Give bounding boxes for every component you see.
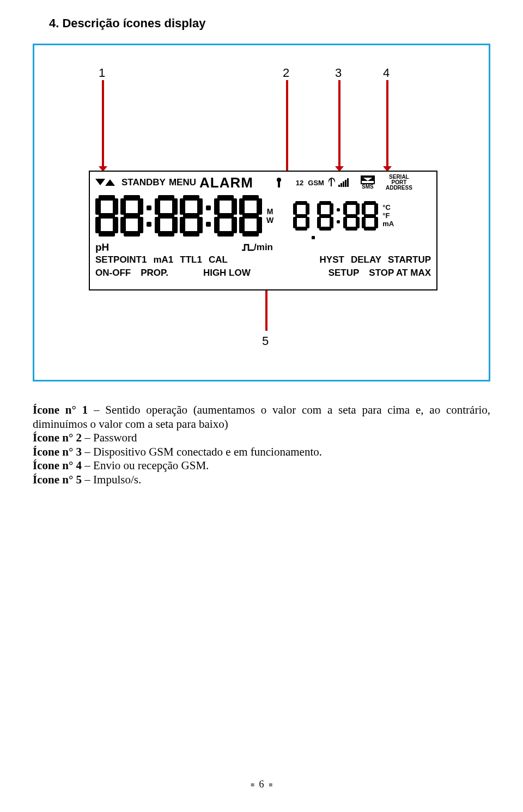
desc-1-text: – Sentido operação (aumentamos o valor c… xyxy=(33,403,490,431)
digit xyxy=(239,195,262,237)
desc-3-text: – Dispositivo GSM conectado e em funcion… xyxy=(82,445,322,458)
digit xyxy=(293,201,309,231)
decimal-point xyxy=(312,236,315,239)
desc-4-prefix: Ícone n° 4 xyxy=(33,459,82,472)
footer-square-icon: ■ xyxy=(266,781,275,789)
arrow-up-icon xyxy=(105,179,115,186)
digit xyxy=(362,201,378,231)
digit xyxy=(343,201,360,231)
label-alarm: ALARM xyxy=(199,174,253,191)
label-m: M xyxy=(267,207,273,216)
arrow-2 xyxy=(286,80,288,180)
section-heading: 4. Descrição ícones display xyxy=(49,16,490,31)
page-footer: ■ 6 ■ xyxy=(0,779,523,790)
digit xyxy=(120,195,143,237)
colon xyxy=(145,199,153,232)
desc-2-text: – Password xyxy=(82,431,137,444)
digit xyxy=(214,195,237,237)
digit xyxy=(95,195,118,237)
label-setup: SETUP xyxy=(329,268,360,278)
desc-3-prefix: Ícone n° 3 xyxy=(33,445,82,458)
label-ph: pH xyxy=(95,241,109,253)
label-12: 12 xyxy=(296,179,303,187)
digit xyxy=(317,201,333,231)
desc-1-prefix: Ícone n° 1 xyxy=(33,403,88,416)
label-degf: °F xyxy=(382,212,390,220)
label-standby: STANDBY xyxy=(121,177,166,188)
label-ma-unit: mA xyxy=(382,220,394,228)
page-number: 6 xyxy=(259,779,264,790)
arrow-down-icon xyxy=(95,179,105,185)
callout-5: 5 xyxy=(262,334,269,348)
label-per-min: /min xyxy=(254,242,273,253)
label-sms: SMS xyxy=(362,184,374,190)
colon xyxy=(205,199,212,232)
label-ttl1: TTL1 xyxy=(180,254,202,265)
label-degc: °C xyxy=(382,204,391,211)
label-prop: PROP. xyxy=(141,268,168,278)
label-onoff: ON-OFF xyxy=(95,268,131,278)
label-hyst: HYST xyxy=(320,254,344,265)
desc-2-prefix: Ícone n° 2 xyxy=(33,431,82,444)
label-stopatmax: STOP AT MAX xyxy=(369,268,431,278)
digit xyxy=(180,195,203,237)
label-w: W xyxy=(266,216,273,225)
icon-descriptions: Ícone n° 1 – Sentido operação (aumentamo… xyxy=(33,403,490,487)
lcd-panel: STANDBY MENU ALARM 12 GSM SMS SERIAL xyxy=(89,171,437,290)
label-setpoint1: SETPOINT1 xyxy=(95,254,147,265)
label-startup: STARTUP xyxy=(388,254,431,265)
desc-4-text: – Envio ou recepção GSM. xyxy=(82,459,209,472)
label-menu: MENU xyxy=(169,177,196,188)
label-ma1: mA1 xyxy=(153,254,173,265)
envelope-icon xyxy=(361,175,375,184)
display-figure: 1 2 3 4 5 STANDBY MENU ALARM xyxy=(33,44,490,381)
label-highlow: HIGH LOW xyxy=(203,268,251,278)
label-cal: CAL xyxy=(209,254,228,265)
arrow-1 xyxy=(102,80,104,167)
footer-square-icon: ■ xyxy=(248,781,257,789)
label-gsm: GSM xyxy=(308,179,324,187)
callout-1: 1 xyxy=(99,66,105,80)
desc-5-prefix: Ícone n° 5 xyxy=(33,473,82,486)
callout-2: 2 xyxy=(283,66,289,80)
signal-bars-icon xyxy=(338,178,349,187)
label-delay: DELAY xyxy=(351,254,381,265)
callout-4: 4 xyxy=(383,66,390,80)
arrow-3 xyxy=(338,80,340,167)
digit xyxy=(155,195,178,237)
arrow-4 xyxy=(386,80,388,167)
colon xyxy=(336,204,341,228)
label-address: ADDRESS xyxy=(386,185,412,191)
antenna-icon xyxy=(327,178,335,187)
pulse-icon xyxy=(242,244,254,251)
callout-3: 3 xyxy=(335,66,342,80)
key-icon xyxy=(275,178,283,187)
desc-5-text: – Impulso/s. xyxy=(82,473,141,486)
